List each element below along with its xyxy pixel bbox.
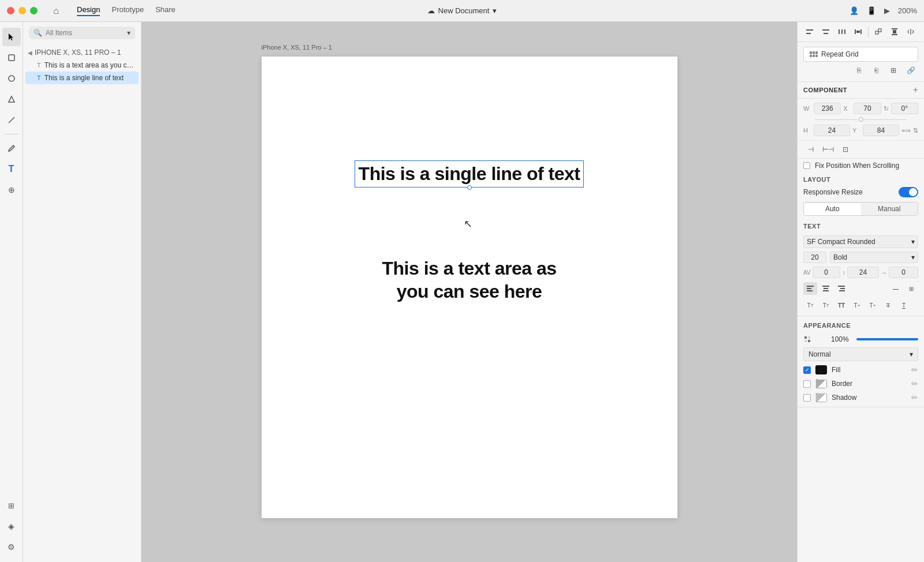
text-align-center-button[interactable] bbox=[819, 282, 833, 295]
fill-edit-icon[interactable]: ✏ bbox=[911, 365, 918, 374]
blend-mode-chevron: ▾ bbox=[910, 350, 913, 358]
align-screen-icon[interactable]: ⊡ bbox=[838, 143, 853, 156]
layers-dropdown-icon[interactable]: ▾ bbox=[127, 29, 131, 37]
y-value[interactable]: 84 bbox=[863, 125, 899, 136]
fix-position-checkbox[interactable] bbox=[803, 162, 810, 169]
shadow-checkbox[interactable] bbox=[803, 394, 811, 402]
document-title-area[interactable]: ☁ New Document ▾ bbox=[427, 6, 497, 15]
nav-design[interactable]: Design bbox=[77, 5, 100, 16]
triangle-tool[interactable] bbox=[2, 90, 21, 108]
align-center-h-icon[interactable]: ⊢⊣ bbox=[821, 143, 836, 156]
border-edit-icon[interactable]: ✏ bbox=[911, 379, 918, 388]
copy-icon[interactable]: ⎘ bbox=[851, 64, 866, 77]
typo-cap-button[interactable]: T+ bbox=[866, 299, 880, 312]
link-dimensions-icon[interactable] bbox=[859, 117, 863, 122]
align-center-panel-icon[interactable] bbox=[818, 25, 833, 38]
home-icon[interactable]: ⌂ bbox=[47, 2, 65, 20]
text-align-left-button[interactable] bbox=[803, 282, 817, 295]
maximize-button[interactable] bbox=[30, 7, 38, 14]
border-label: Border bbox=[832, 380, 907, 388]
canvas-area[interactable]: iPhone X, XS, 11 Pro – 1 This is a singl… bbox=[141, 22, 797, 562]
zoom-control[interactable]: 200% bbox=[898, 6, 917, 15]
layer-group-arrow-icon: ◀ bbox=[28, 50, 32, 56]
shadow-color-swatch[interactable] bbox=[815, 393, 827, 402]
text-transform-none-button[interactable]: — bbox=[889, 282, 903, 295]
typo-superscript2-button[interactable]: T+ bbox=[850, 299, 864, 312]
auto-button[interactable]: Auto bbox=[804, 203, 861, 215]
search-input[interactable] bbox=[46, 29, 124, 37]
typo-superscript-button[interactable]: TT bbox=[803, 299, 817, 312]
font-weight-select[interactable]: Bold ▾ bbox=[830, 252, 918, 263]
assets-icon[interactable]: ◈ bbox=[2, 517, 21, 535]
paste-icon[interactable]: ⎗ bbox=[869, 64, 884, 77]
align-dist-icon[interactable] bbox=[834, 25, 850, 38]
text-tool[interactable]: T bbox=[2, 160, 21, 178]
flip-icon[interactable] bbox=[903, 25, 918, 38]
component-add-icon[interactable]: + bbox=[913, 85, 918, 95]
typo-underline-button[interactable]: T bbox=[897, 299, 911, 312]
close-button[interactable] bbox=[7, 7, 14, 14]
text-area-element[interactable]: This is a text area asyou can see here bbox=[382, 257, 556, 303]
minimize-button[interactable] bbox=[18, 7, 26, 14]
play-icon[interactable]: ▶ bbox=[884, 6, 890, 15]
svg-point-1 bbox=[9, 76, 14, 81]
link-icon[interactable]: 🔗 bbox=[903, 64, 918, 77]
rotate-value[interactable]: 0° bbox=[891, 103, 918, 114]
shadow-edit-icon[interactable]: ✏ bbox=[911, 393, 918, 402]
letter-spacing-value[interactable]: 0 bbox=[889, 267, 918, 278]
rotate-icon[interactable]: ↻ bbox=[884, 105, 889, 113]
font-family-select[interactable]: SF Compact Rounded ▾ bbox=[803, 235, 918, 248]
nav-prototype[interactable]: Prototype bbox=[111, 5, 144, 16]
text-handle[interactable] bbox=[467, 185, 472, 190]
fill-color-swatch[interactable] bbox=[815, 365, 827, 374]
font-size-value[interactable]: 20 bbox=[803, 252, 826, 263]
line-tool[interactable] bbox=[2, 111, 21, 129]
typo-uppercase-button[interactable]: TT bbox=[834, 299, 848, 312]
user-icon[interactable]: 👤 bbox=[850, 6, 859, 15]
align-space-icon[interactable] bbox=[851, 25, 866, 38]
manual-button[interactable]: Manual bbox=[861, 203, 918, 215]
border-checkbox[interactable] bbox=[803, 380, 811, 388]
ellipse-tool[interactable] bbox=[2, 69, 21, 88]
align-left-icon[interactable]: ⊣ bbox=[803, 143, 818, 156]
blend-mode-select[interactable]: Normal ▾ bbox=[803, 347, 918, 361]
text-single-line-element[interactable]: This is a single line of text bbox=[355, 160, 584, 188]
select-tool[interactable] bbox=[2, 28, 21, 46]
fill-checkbox[interactable]: ✓ bbox=[803, 366, 811, 374]
list-item[interactable]: T This is a text area as you can... bbox=[25, 59, 139, 72]
height-value[interactable]: 24 bbox=[814, 125, 850, 136]
rectangle-tool[interactable] bbox=[2, 48, 21, 67]
opacity-value[interactable]: 100% bbox=[831, 335, 852, 343]
layer-group-header[interactable]: ◀ IPHONE X, XS, 11 PRO – 1 bbox=[23, 46, 141, 59]
border-row: Border ✏ bbox=[798, 377, 924, 391]
typo-subscript-button[interactable]: TT bbox=[819, 299, 833, 312]
flip-vert-icon[interactable]: ⇅ bbox=[913, 127, 918, 134]
line-height-value[interactable]: 24 bbox=[847, 267, 880, 278]
x-value[interactable]: 70 bbox=[854, 103, 881, 114]
border-color-swatch[interactable] bbox=[815, 379, 827, 388]
artboard[interactable]: This is a single line of text ↖ This is … bbox=[262, 57, 677, 518]
svg-rect-30 bbox=[808, 340, 810, 342]
svg-rect-24 bbox=[838, 286, 845, 287]
text-transform-subscript-button[interactable]: ⊞ bbox=[904, 282, 918, 295]
flip-horiz-icon[interactable]: ⟺ bbox=[901, 127, 911, 134]
duplicate-icon[interactable]: ⊞ bbox=[886, 64, 901, 77]
list-item-selected[interactable]: T This is a single line of text bbox=[25, 72, 139, 84]
responsive-resize-toggle[interactable] bbox=[899, 187, 918, 197]
arrange-icon[interactable] bbox=[871, 25, 886, 38]
plugins-icon[interactable]: ⚙ bbox=[2, 538, 21, 556]
layers-icon[interactable]: ⊞ bbox=[2, 496, 21, 515]
width-value[interactable]: 236 bbox=[814, 103, 841, 114]
opacity-slider[interactable] bbox=[856, 338, 918, 340]
text-align-right-button[interactable] bbox=[834, 282, 848, 295]
align-left-panel-icon[interactable] bbox=[802, 25, 817, 38]
av-value[interactable]: 0 bbox=[813, 267, 840, 278]
component-tool[interactable]: ⊕ bbox=[2, 181, 21, 199]
layers-search[interactable]: 🔍 ▾ bbox=[29, 27, 135, 39]
pen-tool[interactable] bbox=[2, 139, 21, 158]
repeat-grid-button[interactable]: Repeat Grid bbox=[803, 47, 918, 62]
typo-strikethrough-button[interactable]: T̶ bbox=[881, 299, 895, 312]
nav-share[interactable]: Share bbox=[155, 5, 176, 16]
device-icon[interactable]: 📱 bbox=[867, 6, 876, 15]
align-vert-icon[interactable] bbox=[887, 25, 902, 38]
